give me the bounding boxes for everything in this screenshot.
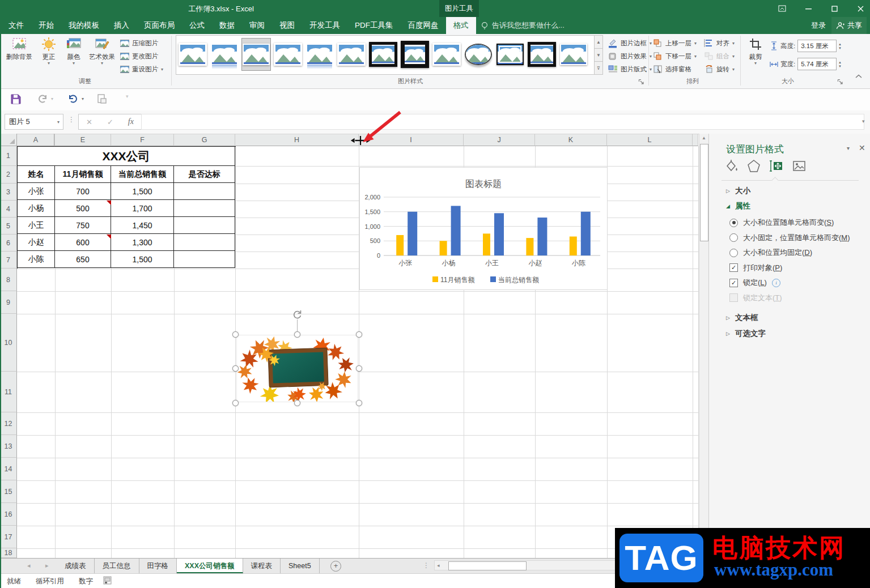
picture-style-thumb[interactable] [528,39,556,70]
height-spinner[interactable]: ▴▾ [839,42,841,50]
button-对齐[interactable]: 对齐▾ [704,37,735,49]
button-选择窗格[interactable]: 选择窗格 [653,63,691,75]
row-header-10[interactable]: 10 [0,314,17,372]
selection-handle[interactable] [232,365,239,372]
table-cell[interactable] [174,251,235,268]
tell-me-box[interactable]: 告诉我您想要做什么... [481,17,565,34]
column-header-J[interactable]: J [464,134,535,146]
button-图片效果[interactable]: 图片效果▾ [608,50,652,62]
horizontal-scrollbar[interactable]: ◂ [434,560,616,570]
option-radio-1[interactable]: 大小固定，位置随单元格而变(M) [729,233,850,243]
table-cell[interactable]: 700 [55,183,111,200]
row-header-8[interactable]: 8 [0,269,17,291]
vscroll-up-icon[interactable]: ▲ [700,134,708,143]
picture-style-thumb[interactable] [369,39,397,70]
enter-icon[interactable]: ✓ [107,118,113,126]
button-旋转[interactable]: 旋转▾ [704,63,735,75]
sheet-tab-XXX公司销售额[interactable]: XXX公司销售额 [177,559,243,573]
table-cell[interactable]: 1,500 [111,251,174,268]
table-cell[interactable]: 小陈 [18,251,55,268]
table-cell[interactable]: 600 [55,234,111,251]
height-input[interactable]: 3.15 厘米 [797,40,837,52]
tabbar-splitter[interactable]: ⋮ [423,561,430,569]
table-cell[interactable]: 小张 [18,183,55,200]
ribbon-tab-文件[interactable]: 文件 [1,17,31,34]
ribbon-tab-插入[interactable]: 插入 [107,17,137,34]
size-dialog-launcher-icon[interactable] [837,78,844,85]
button-组合[interactable]: 组合▾ [704,50,735,62]
maximize-icon[interactable] [825,0,844,17]
selection-handle[interactable] [232,331,239,338]
column-header-F[interactable]: F [111,134,174,146]
crop-button[interactable]: 裁剪 ▾ [744,35,767,66]
picture-style-thumb[interactable] [179,39,207,70]
vscroll-thumb[interactable] [700,144,708,241]
picture-styles-dialog-launcher-icon[interactable] [638,78,645,85]
column-header-G[interactable]: G [174,134,235,146]
formula-input[interactable] [141,114,864,130]
picture-style-thumb[interactable] [559,39,588,70]
picture-style-thumb[interactable] [496,39,524,70]
column-header-partial[interactable] [693,134,698,146]
gallery-scroll-up-icon[interactable]: ▲ [594,35,603,49]
status-item-循环引用[interactable]: 循环引用 [36,577,64,586]
column-header-I[interactable]: I [359,134,464,146]
table-cell[interactable] [174,200,235,217]
row-header-7[interactable]: 7 [0,252,17,269]
vertical-scrollbar[interactable]: ▲ [699,134,708,530]
table-cell[interactable]: 1,500 [111,183,174,200]
hscroll-thumb[interactable] [448,561,527,570]
column-header-K[interactable]: K [535,134,607,146]
info-icon[interactable]: i [772,279,780,287]
ribbon-tab-视图[interactable]: 视图 [272,17,302,34]
ribbon-tab-格式[interactable]: 格式 [446,17,476,34]
ribbon-tab-PDF工具集[interactable]: PDF工具集 [347,17,401,34]
button-图片边框[interactable]: 图片边框▾ [608,37,652,49]
row-header-14[interactable]: 14 [0,458,17,480]
undo-icon[interactable]: ▾ [67,93,84,104]
section-properties[interactable]: ◢属性 [726,201,750,211]
table-cell[interactable]: 1,450 [111,217,174,234]
row-header-12[interactable]: 12 [0,412,17,435]
ribbon-display-options-icon[interactable] [773,0,792,17]
table-header-cell[interactable]: 姓名 [18,166,55,183]
table-cell[interactable] [174,217,235,234]
close-icon[interactable] [851,0,870,17]
sheet-tab-成绩表[interactable]: 成绩表 [57,559,95,573]
minimize-icon[interactable] [799,0,818,17]
picture-object[interactable] [235,334,359,403]
redo-icon[interactable]: ▾ [36,93,53,104]
selection-handle[interactable] [294,331,300,338]
button-上移一层[interactable]: 上移一层▾ [653,37,697,49]
picture-style-thumb[interactable] [242,39,270,70]
button-删除背景[interactable]: 删除背景 [5,35,34,61]
section-alttext[interactable]: ▷可选文字 [726,329,766,339]
button-重设图片[interactable]: 重设图片▾ [120,63,163,75]
table-header-cell[interactable]: 当前总销售额 [111,166,174,183]
sheet-nav-left-icon[interactable]: ◂ [27,562,31,569]
login-button[interactable]: 登录 [811,17,826,34]
option-checkbox-4[interactable]: ✓锁定(L)i [729,278,780,288]
macro-record-icon[interactable] [103,576,112,586]
table-cell[interactable]: 500 [55,200,111,217]
button-艺术效果[interactable]: 艺术效果▾ [86,35,118,66]
row-header-6[interactable]: 6 [0,235,17,252]
row-header-3[interactable]: 3 [0,184,17,201]
name-box-dropdown-icon[interactable]: ▾ [57,120,63,125]
sheet-tab-Sheet5[interactable]: Sheet5 [281,559,320,573]
share-button[interactable]: 共享 [831,17,867,34]
option-checkbox-5[interactable]: 锁定文本(T) [729,293,782,303]
row-header-2[interactable]: 2 [0,166,17,184]
picture-style-thumb[interactable] [401,39,429,70]
ribbon-tab-数据[interactable]: 数据 [212,17,242,34]
option-checkbox-3[interactable]: ✓打印对象(P) [729,263,782,273]
table-cell[interactable] [174,234,235,251]
ribbon-tab-页面布局[interactable]: 页面布局 [137,17,182,34]
insert-function-icon[interactable]: fx [128,117,134,126]
column-header-H[interactable]: H [235,134,359,146]
row-header-5[interactable]: 5 [0,218,17,235]
row-header-18[interactable]: 18 [0,548,17,558]
save-icon[interactable] [10,93,22,105]
row-header-16[interactable]: 16 [0,503,17,526]
sheet-tab-员工信息[interactable]: 员工信息 [95,559,139,573]
